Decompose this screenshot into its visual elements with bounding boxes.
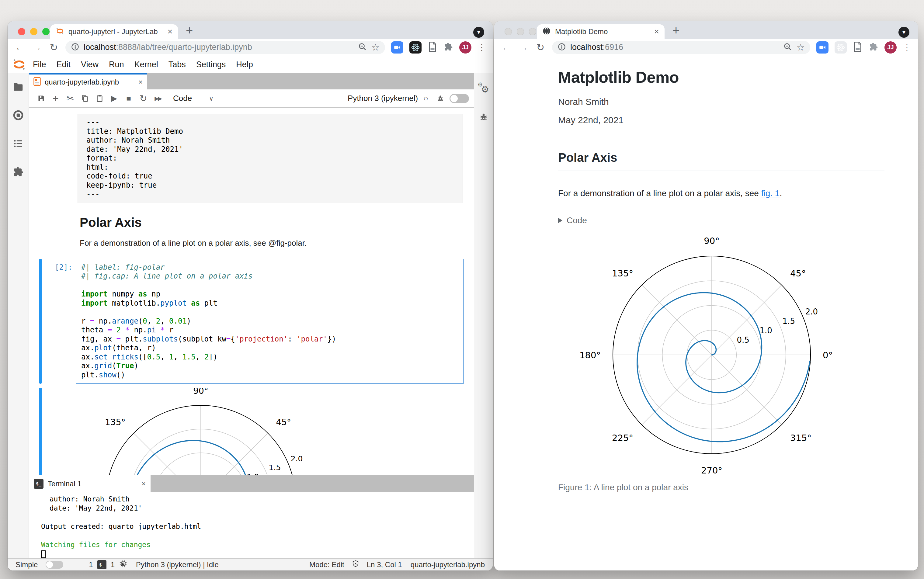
zoom-out-icon[interactable]: [783, 42, 792, 52]
kernel-name-button[interactable]: Python 3 (ipykernel): [348, 94, 418, 103]
svg-text:1.5: 1.5: [269, 463, 281, 472]
code-line: plt.show(): [81, 371, 458, 380]
svg-text:1.0: 1.0: [760, 326, 772, 335]
kernel-status-text[interactable]: Python 3 (ipykernel) | Idle: [136, 561, 219, 569]
back-button[interactable]: ←: [501, 42, 512, 53]
back-button[interactable]: ←: [14, 42, 25, 53]
extensions-puzzle-icon[interactable]: [443, 42, 453, 53]
close-window-button[interactable]: [18, 28, 25, 35]
minimize-window-button[interactable]: [517, 28, 524, 35]
figure-link[interactable]: fig. 1: [761, 188, 780, 198]
menu-item-view[interactable]: View: [76, 60, 104, 69]
menu-item-tabs[interactable]: Tabs: [164, 60, 191, 69]
code-line: ax.grid(True): [81, 361, 458, 371]
restart-run-all-button[interactable]: ▶▶: [150, 95, 165, 102]
file-browser-icon[interactable]: [13, 82, 24, 94]
terminal-tab-close-icon[interactable]: ×: [141, 479, 146, 488]
stop-kernel-button[interactable]: ■: [121, 94, 136, 103]
extensions-row: JJ ⋮: [391, 41, 486, 54]
zoom-extension-icon[interactable]: [391, 41, 403, 54]
copy-cells-button[interactable]: [78, 94, 92, 103]
restart-kernel-button[interactable]: ↻: [136, 93, 150, 104]
cursor-position[interactable]: Ln 3, Col 1: [367, 561, 402, 569]
cell-type-select[interactable]: Code: [173, 94, 192, 103]
terminal-line: [41, 531, 474, 540]
new-tab-button[interactable]: +: [186, 25, 193, 36]
extensions-puzzle-icon[interactable]: [868, 42, 878, 53]
bookmark-star-icon[interactable]: ☆: [371, 42, 379, 52]
browser-tab-matplotlib-demo[interactable]: Matplotlib Demo ×: [537, 25, 664, 39]
site-info-icon[interactable]: [71, 43, 79, 52]
forward-button[interactable]: →: [518, 42, 529, 53]
debugger-bug-icon[interactable]: [479, 113, 488, 123]
bookmark-star-icon[interactable]: ☆: [796, 42, 805, 52]
kernel-chip-icon[interactable]: [119, 559, 128, 570]
jupyterlab-right-sidebar: ⚙ ⚙: [474, 73, 493, 558]
menu-item-help[interactable]: Help: [231, 60, 258, 69]
output-collapser-bar[interactable]: [39, 388, 42, 475]
tab-close-icon[interactable]: ×: [168, 27, 172, 36]
jupyterlab-menu-bar: FileEditViewRunKernelTabsSettingsHelp: [8, 56, 493, 73]
address-bar[interactable]: localhost:6916 ☆: [552, 41, 810, 54]
tab-close-icon[interactable]: ×: [654, 27, 659, 36]
url-text[interactable]: localhost:6916: [570, 43, 779, 52]
paste-cells-button[interactable]: [92, 94, 107, 103]
yaml-raw-cell[interactable]: ---title: Matplotlib Demoauthor: Norah S…: [78, 114, 463, 203]
tab-search-button[interactable]: ▼: [473, 27, 484, 38]
site-info-icon[interactable]: [558, 43, 566, 52]
profile-avatar[interactable]: JJ: [885, 41, 897, 54]
yaml-line: date: 'May 22nd, 2021': [87, 145, 454, 154]
menu-item-settings[interactable]: Settings: [191, 60, 231, 69]
notes-extension-icon[interactable]: [428, 41, 437, 54]
save-button[interactable]: [34, 94, 48, 103]
table-of-contents-icon[interactable]: [13, 138, 24, 150]
browser-tab-jupyterlab[interactable]: quarto-jupyterl - JupyterLab ×: [50, 25, 178, 39]
run-cell-button[interactable]: ▶: [107, 94, 121, 103]
notebook-tab-close-icon[interactable]: ×: [138, 78, 143, 87]
react-devtools-extension-icon[interactable]: [409, 41, 422, 54]
notes-extension-icon[interactable]: [853, 41, 863, 54]
menu-item-kernel[interactable]: Kernel: [129, 60, 164, 69]
notebook-tab[interactable]: quarto-jupyterlab.ipynb ×: [29, 73, 147, 89]
close-window-button[interactable]: [505, 28, 512, 35]
terminal-output[interactable]: author: Norah Smith date: 'May 22nd, 202…: [29, 492, 474, 558]
cell-collapser-bar[interactable]: [39, 259, 42, 384]
forward-button[interactable]: →: [31, 42, 42, 53]
react-devtools-extension-icon[interactable]: [834, 41, 847, 54]
svg-text:180°: 180°: [579, 350, 601, 360]
debugger-bug-icon[interactable]: [433, 95, 448, 103]
extension-manager-puzzle-icon[interactable]: [13, 166, 24, 179]
running-kernels-icon[interactable]: [13, 110, 24, 122]
browser-menu-icon[interactable]: ⋮: [478, 42, 486, 52]
zoom-out-icon[interactable]: [358, 42, 367, 52]
mode-indicator[interactable]: Mode: Edit: [309, 561, 344, 569]
browser-menu-icon[interactable]: ⋮: [903, 42, 911, 52]
reload-button[interactable]: ↻: [535, 42, 546, 53]
address-bar[interactable]: localhost:8888/lab/tree/quarto-jupyterla…: [65, 41, 385, 54]
profile-avatar[interactable]: JJ: [459, 41, 471, 54]
cell-type-chevron-down-icon[interactable]: ∨: [209, 95, 214, 102]
reload-button[interactable]: ↻: [48, 42, 59, 53]
shield-x-icon[interactable]: [352, 560, 360, 569]
zoom-window-button[interactable]: [529, 28, 536, 35]
svg-text:135°: 135°: [105, 417, 125, 427]
terminal-tab[interactable]: $_ Terminal 1 ×: [29, 475, 150, 492]
menu-item-file[interactable]: File: [28, 60, 51, 69]
simple-mode-status-toggle[interactable]: [46, 561, 63, 569]
zoom-window-button[interactable]: [42, 28, 49, 35]
tab-search-button[interactable]: ▼: [898, 27, 909, 38]
terminal-count-icon[interactable]: $_: [97, 560, 106, 569]
code-editor[interactable]: #| label: fig-polar#| fig.cap: A line pl…: [76, 259, 463, 384]
cut-cells-button[interactable]: ✂: [63, 93, 78, 104]
code-fold-toggle[interactable]: Code: [558, 216, 885, 225]
menu-item-run[interactable]: Run: [104, 60, 129, 69]
url-text[interactable]: localhost:8888/lab/tree/quarto-jupyterla…: [83, 43, 354, 52]
svg-text:135°: 135°: [612, 268, 633, 278]
new-tab-button[interactable]: +: [672, 25, 679, 36]
menu-item-edit[interactable]: Edit: [51, 60, 76, 69]
add-cell-button[interactable]: +: [48, 92, 63, 104]
zoom-extension-icon[interactable]: [816, 41, 829, 54]
property-inspector-gears-icon[interactable]: ⚙ ⚙: [478, 82, 490, 94]
simple-mode-toggle[interactable]: [450, 94, 469, 103]
minimize-window-button[interactable]: [30, 28, 38, 35]
